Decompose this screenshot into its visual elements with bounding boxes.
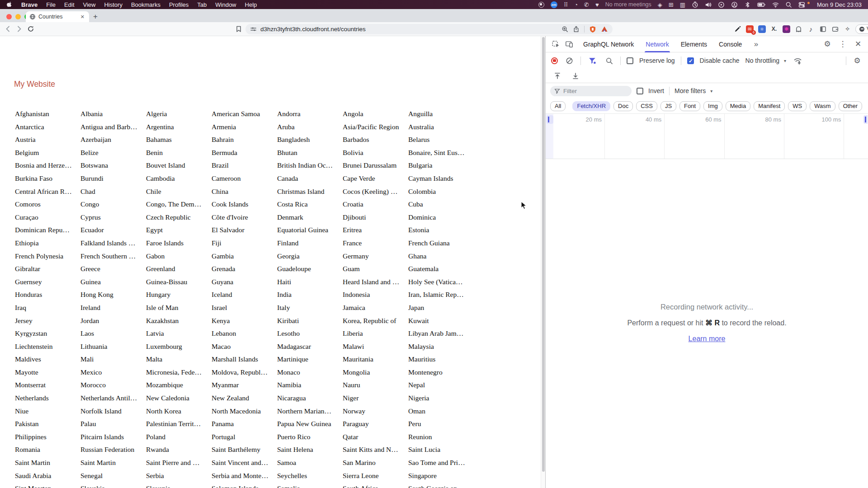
country-item[interactable]: Lesotho bbox=[277, 327, 343, 340]
country-item[interactable]: Eritrea bbox=[343, 224, 408, 237]
country-item[interactable]: Saudi Arabia bbox=[15, 469, 80, 483]
country-item[interactable]: Poland bbox=[146, 431, 212, 444]
country-item[interactable]: Asia/Pacific Region bbox=[343, 121, 408, 134]
ghost-extension-icon[interactable] bbox=[794, 25, 803, 33]
clock-app-icon[interactable]: ◔ bbox=[574, 1, 578, 8]
country-item[interactable]: Portugal bbox=[212, 431, 277, 444]
country-item[interactable]: Cuba bbox=[408, 198, 474, 211]
scrollbar-thumb[interactable] bbox=[542, 37, 545, 472]
network-conditions-icon[interactable] bbox=[792, 55, 803, 66]
country-item[interactable]: Jordan bbox=[80, 314, 146, 328]
country-item[interactable]: Cayman Islands bbox=[408, 172, 474, 185]
country-item[interactable]: Libyan Arab Jam… bbox=[408, 327, 474, 340]
country-item[interactable]: Pitcairn Islands bbox=[80, 431, 146, 444]
country-item[interactable]: Iran, Islamic Rep… bbox=[408, 288, 474, 301]
vpn-button[interactable]: VPN bbox=[855, 24, 868, 34]
country-item[interactable]: Greenland bbox=[146, 263, 212, 276]
country-item[interactable]: Saint Martin bbox=[15, 456, 80, 469]
country-item[interactable]: Kazakhstan bbox=[146, 314, 212, 328]
clear-network-log-icon[interactable] bbox=[564, 55, 575, 66]
country-item[interactable]: Canada bbox=[277, 172, 343, 185]
share-icon[interactable] bbox=[573, 26, 580, 33]
menubar-item[interactable]: Tab bbox=[197, 1, 207, 8]
sidebar-extension-icon[interactable] bbox=[819, 25, 827, 33]
country-item[interactable]: Senegal bbox=[80, 469, 146, 483]
country-item[interactable]: Serbia and Monte… bbox=[212, 469, 277, 483]
network-filter-chip[interactable]: Other bbox=[839, 101, 863, 111]
country-item[interactable]: French Guiana bbox=[408, 237, 474, 250]
country-item[interactable]: Mongolia bbox=[343, 366, 408, 379]
country-item[interactable]: Paraguay bbox=[343, 418, 408, 431]
country-item[interactable]: Guinea-Bissau bbox=[146, 276, 212, 289]
country-item[interactable]: Heard Island and … bbox=[343, 276, 408, 289]
country-item[interactable]: Korea, Republic of bbox=[343, 314, 408, 328]
filter-toggle-icon[interactable] bbox=[587, 55, 598, 66]
country-item[interactable]: Albania bbox=[80, 108, 146, 121]
window-icon[interactable]: ⊞ bbox=[669, 1, 674, 8]
country-item[interactable]: Georgia bbox=[277, 250, 343, 263]
country-item[interactable]: Cyprus bbox=[80, 211, 146, 224]
country-item[interactable]: Niger bbox=[343, 392, 408, 405]
country-item[interactable]: Bonaire, Sint Eus… bbox=[408, 146, 474, 160]
country-item[interactable]: Marshall Islands bbox=[212, 353, 277, 366]
country-item[interactable]: Cocos (Keeling) … bbox=[343, 185, 408, 198]
country-item[interactable]: Greece bbox=[80, 263, 146, 276]
country-item[interactable]: Kuwait bbox=[408, 314, 474, 328]
country-item[interactable]: Qatar bbox=[343, 431, 408, 444]
country-item[interactable]: Faroe Islands bbox=[146, 237, 212, 250]
country-item[interactable]: Morocco bbox=[80, 379, 146, 392]
preserve-log-checkbox[interactable] bbox=[627, 57, 633, 64]
country-item[interactable]: Colombia bbox=[408, 185, 474, 198]
country-item[interactable]: Honduras bbox=[15, 288, 80, 301]
country-item[interactable]: San Marino bbox=[343, 456, 408, 469]
pen-extension-icon[interactable] bbox=[733, 25, 742, 33]
country-item[interactable]: Finland bbox=[277, 237, 343, 250]
country-item[interactable]: Germany bbox=[343, 250, 408, 263]
country-item[interactable]: Lithuania bbox=[80, 340, 146, 353]
country-item[interactable]: Gabon bbox=[146, 250, 212, 263]
new-tab-button[interactable]: + bbox=[93, 12, 98, 22]
country-item[interactable]: Christmas Island bbox=[277, 185, 343, 198]
country-item[interactable]: Holy See (Vatica… bbox=[408, 276, 474, 289]
export-har-icon[interactable] bbox=[570, 70, 581, 81]
window-minimize-button[interactable] bbox=[15, 14, 21, 19]
country-item[interactable]: Mozambique bbox=[146, 379, 212, 392]
country-item[interactable]: Angola bbox=[343, 108, 408, 121]
country-item[interactable]: Antigua and Barb… bbox=[80, 121, 146, 134]
country-item[interactable]: Bermuda bbox=[212, 146, 277, 160]
network-filter-chip[interactable]: Manifest bbox=[754, 101, 785, 111]
country-item[interactable]: North Korea bbox=[146, 405, 212, 418]
country-item[interactable]: Panama bbox=[212, 418, 277, 431]
country-item[interactable]: Fiji bbox=[212, 237, 277, 250]
country-item[interactable]: Ethiopia bbox=[15, 237, 80, 250]
site-settings-icon[interactable] bbox=[250, 26, 257, 33]
country-item[interactable]: Bulgaria bbox=[408, 159, 474, 172]
country-item[interactable]: Oman bbox=[408, 405, 474, 418]
country-item[interactable]: Czech Republic bbox=[146, 211, 212, 224]
learn-more-link[interactable]: Learn more bbox=[689, 335, 726, 343]
country-item[interactable]: Central African R… bbox=[15, 185, 80, 198]
country-item[interactable]: Norway bbox=[343, 405, 408, 418]
menubar-clock[interactable]: Mon 9 Dec 23:03 bbox=[817, 1, 862, 8]
country-item[interactable]: Rwanda bbox=[146, 443, 212, 456]
country-item[interactable]: Liechtenstein bbox=[15, 340, 80, 353]
country-item[interactable]: Mayotte bbox=[15, 366, 80, 379]
brave-rewards-icon[interactable] bbox=[601, 26, 608, 33]
phone-icon[interactable]: ✆ bbox=[584, 1, 589, 8]
network-filter-chip[interactable]: All bbox=[550, 101, 566, 111]
country-item[interactable]: Singapore bbox=[408, 469, 474, 483]
country-item[interactable]: Palau bbox=[80, 418, 146, 431]
more-filters-select[interactable]: More filters ▾ bbox=[675, 87, 712, 94]
country-item[interactable]: Guam bbox=[343, 263, 408, 276]
country-item[interactable]: Mexico bbox=[80, 366, 146, 379]
browser-tab-countries[interactable]: Countries ✕ bbox=[26, 11, 89, 22]
country-item[interactable]: Slovakia bbox=[80, 482, 146, 488]
network-filter-chip[interactable]: Wasm bbox=[810, 101, 835, 111]
country-item[interactable]: Cambodia bbox=[146, 172, 212, 185]
reload-button[interactable] bbox=[25, 22, 36, 36]
country-item[interactable]: Congo, The Dem… bbox=[146, 198, 212, 211]
country-item[interactable]: South Africa bbox=[343, 482, 408, 488]
country-item[interactable]: Jamaica bbox=[343, 301, 408, 314]
country-item[interactable]: Guatemala bbox=[408, 263, 474, 276]
country-item[interactable]: Moldova, Republ… bbox=[212, 366, 277, 379]
